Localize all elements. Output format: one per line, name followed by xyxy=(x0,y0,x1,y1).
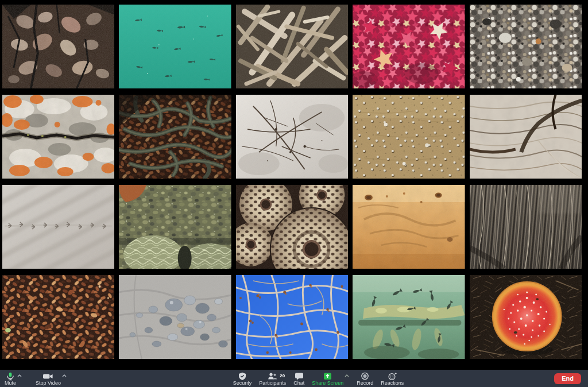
video-tile[interactable] xyxy=(470,275,582,359)
tree-roots-video xyxy=(119,95,231,179)
video-tile[interactable] xyxy=(119,95,231,179)
video-tile[interactable] xyxy=(236,95,348,179)
sand-with-shells-video xyxy=(353,95,465,179)
video-control-group: Stop Video xyxy=(36,371,67,386)
mute-button[interactable]: Mute xyxy=(5,371,16,386)
share-screen-icon xyxy=(323,373,332,380)
video-tile[interactable] xyxy=(2,95,114,179)
video-tile[interactable] xyxy=(470,185,582,269)
beach-gravel-video xyxy=(470,5,582,88)
video-tile[interactable] xyxy=(353,5,465,88)
record-label: Record xyxy=(357,380,373,386)
video-tile[interactable] xyxy=(470,5,582,88)
video-tile[interactable] xyxy=(119,185,231,269)
branches-blue-sky-video xyxy=(236,275,348,359)
share-control-group: Share Screen xyxy=(312,371,349,386)
weathered-wood-grain-video xyxy=(470,95,582,179)
chevron-up-icon xyxy=(62,374,67,377)
sandstone-rock-video xyxy=(353,185,465,269)
reactions-label: Reactions xyxy=(381,380,404,386)
video-camera-icon xyxy=(42,373,53,380)
brown-leaf-litter-video xyxy=(2,275,114,359)
teal-water-fish-video xyxy=(119,5,231,88)
participants-button[interactable]: 20 Participants xyxy=(259,371,286,386)
video-tile[interactable] xyxy=(353,275,465,359)
record-icon xyxy=(361,373,369,380)
reactions-icon xyxy=(388,373,397,380)
underwater-log-fish-video xyxy=(353,275,465,359)
pine-bark-video xyxy=(2,5,114,88)
animal-fur-video xyxy=(470,185,582,269)
video-tile[interactable] xyxy=(353,185,465,269)
twigs-on-snow-video xyxy=(236,95,348,179)
participants-icon: 20 xyxy=(268,373,277,380)
meeting-toolbar: Mute Stop Video xyxy=(0,370,588,387)
share-options-chevron[interactable] xyxy=(345,374,349,377)
chevron-up-icon xyxy=(345,374,349,377)
mushroom-caps-video xyxy=(236,185,348,269)
fly-agaric-mushroom-video xyxy=(470,275,582,359)
video-tile[interactable] xyxy=(353,95,465,179)
end-button[interactable]: End xyxy=(554,373,581,384)
sand-footprints-video xyxy=(2,185,114,269)
red-maple-leaves-video xyxy=(353,5,465,88)
security-button[interactable]: Security xyxy=(233,371,252,386)
stop-video-label: Stop Video xyxy=(36,380,61,386)
orange-lichen-rock-video xyxy=(2,95,114,179)
participants-count-badge: 20 xyxy=(280,373,285,378)
gallery-view-grid xyxy=(0,0,588,370)
reactions-button[interactable]: Reactions xyxy=(381,371,404,386)
driftwood-sticks-video xyxy=(236,5,348,88)
video-options-chevron[interactable] xyxy=(62,374,67,377)
microphone-icon xyxy=(5,373,16,380)
video-tile[interactable] xyxy=(236,185,348,269)
video-tile[interactable] xyxy=(236,5,348,88)
share-screen-label: Share Screen xyxy=(312,380,343,386)
chat-button[interactable]: Chat xyxy=(293,371,304,386)
mute-label: Mute xyxy=(5,380,16,386)
video-tile[interactable] xyxy=(2,5,114,88)
pebbles-underwater-video xyxy=(119,185,231,269)
video-tile[interactable] xyxy=(119,275,231,359)
video-tile[interactable] xyxy=(119,5,231,88)
stop-video-button[interactable]: Stop Video xyxy=(36,371,61,386)
video-tile[interactable] xyxy=(2,275,114,359)
chat-bubble-icon xyxy=(295,373,304,380)
mute-options-chevron[interactable] xyxy=(17,374,22,377)
chat-label: Chat xyxy=(293,380,304,386)
shield-icon xyxy=(238,373,247,380)
share-screen-button[interactable]: Share Screen xyxy=(312,371,343,386)
zoom-meeting-window: Mute Stop Video xyxy=(0,0,588,387)
gray-pebbles-on-sand-video xyxy=(119,275,231,359)
video-tile[interactable] xyxy=(2,185,114,269)
security-label: Security xyxy=(233,380,252,386)
chevron-up-icon xyxy=(17,374,22,377)
video-tile[interactable] xyxy=(236,275,348,359)
participants-label: Participants xyxy=(259,380,286,386)
record-button[interactable]: Record xyxy=(357,371,373,386)
mute-control-group: Mute xyxy=(5,371,22,386)
video-tile[interactable] xyxy=(470,95,582,179)
